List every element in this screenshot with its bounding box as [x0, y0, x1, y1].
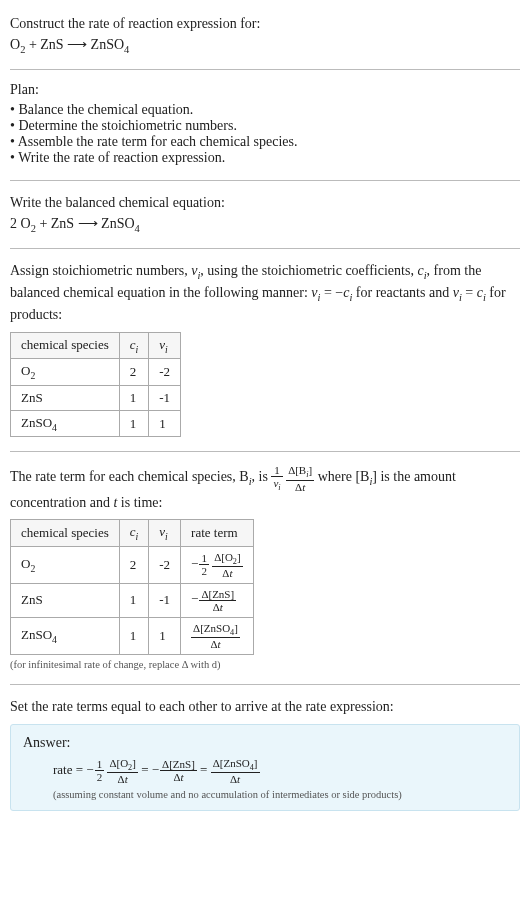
plan-list: Balance the chemical equation. Determine…	[10, 102, 520, 166]
final-title: Set the rate terms equal to each other t…	[10, 697, 520, 717]
plan-item: Write the rate of reaction expression.	[10, 150, 520, 166]
cell-ci: 1	[119, 618, 149, 655]
cell-vi: -2	[149, 546, 181, 583]
fraction: Δ[Bi]Δt	[286, 464, 314, 492]
final-section: Set the rate terms equal to each other t…	[10, 691, 520, 821]
col-ci: ci	[119, 332, 149, 359]
table-row: O2 2 -2	[11, 359, 181, 386]
stoich-text: Assign stoichiometric numbers, νi, using…	[10, 261, 520, 325]
cell-ci: 1	[119, 385, 149, 410]
balanced-title: Write the balanced chemical equation:	[10, 193, 520, 213]
cell-vi: -2	[149, 359, 181, 386]
col-ci: ci	[119, 519, 149, 546]
cell-species: ZnSO4	[11, 410, 120, 437]
rateterm-section: The rate term for each chemical species,…	[10, 458, 520, 680]
cell-species: ZnS	[11, 385, 120, 410]
cell-rate: Δ[ZnSO4]Δt	[181, 618, 254, 655]
table-row: ZnS 1 -1 −Δ[ZnS]Δt	[11, 583, 254, 617]
unbalanced-equation: O2 + ZnS ⟶ ZnSO4	[10, 36, 520, 55]
cell-species: O2	[11, 546, 120, 583]
prompt-text: Construct the rate of reaction expressio…	[10, 14, 520, 34]
answer-box: Answer: rate = −12 Δ[O2]Δt = −Δ[ZnS]Δt =…	[10, 724, 520, 811]
balanced-section: Write the balanced chemical equation: 2 …	[10, 187, 520, 244]
table-row: ZnS 1 -1	[11, 385, 181, 410]
plan-item: Assemble the rate term for each chemical…	[10, 134, 520, 150]
table-header-row: chemical species ci νi	[11, 332, 181, 359]
cell-ci: 1	[119, 583, 149, 617]
rateterm-table: chemical species ci νi rate term O2 2 -2…	[10, 519, 254, 655]
balanced-equation: 2 O2 + ZnS ⟶ ZnSO4	[10, 215, 520, 234]
stoich-text-part: Assign stoichiometric numbers,	[10, 263, 191, 278]
rateterm-text-part: The rate term for each chemical species,	[10, 470, 239, 485]
col-rate: rate term	[181, 519, 254, 546]
answer-note: (assuming constant volume and no accumul…	[53, 789, 507, 800]
cell-rate: −Δ[ZnS]Δt	[181, 583, 254, 617]
plan-item: Determine the stoichiometric numbers.	[10, 118, 520, 134]
col-species: chemical species	[11, 332, 120, 359]
prompt-section: Construct the rate of reaction expressio…	[10, 8, 520, 65]
col-vi: νi	[149, 519, 181, 546]
answer-label: Answer:	[23, 735, 507, 751]
divider	[10, 69, 520, 70]
stoich-text-part: , using the stoichiometric coefficients,	[200, 263, 417, 278]
cell-rate: −12 Δ[O2]Δt	[181, 546, 254, 583]
col-vi: νi	[149, 332, 181, 359]
plan-section: Plan: Balance the chemical equation. Det…	[10, 76, 520, 176]
rateterm-text: The rate term for each chemical species,…	[10, 464, 520, 513]
rateterm-text-part: where	[318, 470, 356, 485]
cell-ci: 1	[119, 410, 149, 437]
table-header-row: chemical species ci νi rate term	[11, 519, 254, 546]
table-row: ZnSO4 1 1	[11, 410, 181, 437]
cell-ci: 2	[119, 546, 149, 583]
cell-vi: -1	[149, 385, 181, 410]
plan-item: Balance the chemical equation.	[10, 102, 520, 118]
col-species: chemical species	[11, 519, 120, 546]
fraction: 1νi	[271, 464, 282, 492]
cell-species: ZnSO4	[11, 618, 120, 655]
plan-title: Plan:	[10, 82, 520, 98]
divider	[10, 684, 520, 685]
stoich-table: chemical species ci νi O2 2 -2 ZnS 1 -1 …	[10, 332, 181, 438]
answer-equation: rate = −12 Δ[O2]Δt = −Δ[ZnS]Δt = Δ[ZnSO4…	[53, 757, 507, 785]
cell-vi: 1	[149, 618, 181, 655]
cell-vi: -1	[149, 583, 181, 617]
cell-species: ZnS	[11, 583, 120, 617]
table-row: ZnSO4 1 1 Δ[ZnSO4]Δt	[11, 618, 254, 655]
divider	[10, 451, 520, 452]
rateterm-note: (for infinitesimal rate of change, repla…	[10, 659, 520, 670]
stoich-text-part: for reactants and	[352, 285, 452, 300]
cell-vi: 1	[149, 410, 181, 437]
rateterm-text-part: is time:	[117, 495, 162, 510]
stoich-section: Assign stoichiometric numbers, νi, using…	[10, 255, 520, 447]
table-row: O2 2 -2 −12 Δ[O2]Δt	[11, 546, 254, 583]
divider	[10, 248, 520, 249]
cell-ci: 2	[119, 359, 149, 386]
cell-species: O2	[11, 359, 120, 386]
divider	[10, 180, 520, 181]
rateterm-text-part: , is	[252, 470, 272, 485]
